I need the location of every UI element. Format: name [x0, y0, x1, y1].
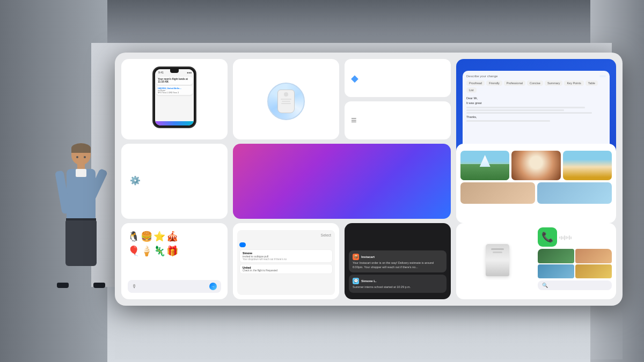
mail-select: Select [321, 233, 331, 237]
audio-waveform [559, 235, 572, 240]
playground-img-dog [563, 151, 612, 180]
image-wand-audio-card: 📞 [456, 223, 616, 299]
memory-input-bar[interactable]: 🎙 → [128, 280, 221, 293]
photo-3 [538, 264, 574, 279]
audio-icon: 📞 [538, 227, 557, 247]
summaries-card: ≡ [345, 101, 451, 139]
photo-1 [538, 249, 574, 263]
mail-header-row: Select [239, 232, 333, 239]
image-wand-section [460, 227, 535, 295]
playground-images [460, 151, 612, 180]
natural-search-section: 🔍 [538, 249, 612, 295]
mail-priority-section [239, 239, 333, 248]
cleanup-card: ◆ [345, 59, 451, 97]
siri-phone-screen: 9:41 ●●● Your mom's flight lands at 11:1… [155, 69, 194, 125]
cloud-visual [267, 83, 305, 120]
memory-movie-card: 🐧🍔⭐🎪🎈🍦🦎🎁 🎙 → [121, 223, 228, 299]
notif2-text: Summer interns school started at 10:29 p… [353, 285, 443, 290]
writing-tools-actions: Describe your change [466, 75, 606, 78]
mail-mockup: Select Simone invited to subtype pull Yo… [237, 230, 335, 295]
apple-intelligence-card [233, 144, 451, 219]
wand-visual [486, 244, 509, 276]
playground-img-astronaut [511, 151, 560, 180]
audio-search-section: 📞 [538, 227, 612, 295]
cloud-device [277, 90, 295, 113]
presenter-hair [71, 143, 91, 153]
siri-status-bar: 9:41 ●●● [155, 69, 194, 76]
summaries-icon: ≡ [351, 115, 357, 126]
priority-notifications-card: 📦 Instacart Your Instacart order is on t… [345, 223, 451, 299]
presenter-pants [65, 220, 97, 266]
option-key-points[interactable]: Key Points [564, 80, 583, 86]
presenter-right-shoe [93, 283, 105, 288]
genmoji-emojis: 🐧🍔⭐🎪🎈🍦🦎🎁 [128, 230, 179, 258]
priority-mail-card: Select Simone invited to subtype pull Yo… [233, 223, 339, 299]
mail-item-2: United Check in: the flight to Requested [239, 264, 333, 274]
mail-item-1: Simone invited to subtype pull Your drop… [239, 249, 333, 263]
photo-4 [575, 264, 612, 279]
option-friendly[interactable]: Friendly [486, 80, 502, 86]
presenter-collar [76, 169, 86, 177]
playground-img-mountain [460, 151, 509, 180]
presenter [52, 143, 111, 288]
option-list[interactable]: List [466, 87, 477, 93]
notif1-text: Your Instacart order is on the way! Deli… [353, 261, 443, 269]
audio-top: 📞 [538, 227, 612, 247]
playground-bottom-row [460, 182, 612, 204]
writing-options: Proofread Friendly Professional Concise … [466, 80, 606, 93]
siri-notification-2: UA1304, United Airlin... on Route SFO Te… [156, 86, 193, 95]
presenter-eyes [74, 155, 89, 159]
reduce-icon: ⚙️ [130, 175, 141, 186]
siri-card: 9:41 ●●● Your mom's flight lands at 11:1… [121, 59, 228, 139]
siri-notification-1: Your mom's flight lands at 11:16 AM. [156, 77, 193, 85]
private-cloud-card [233, 59, 339, 139]
option-concise[interactable]: Concise [527, 80, 543, 86]
rewrite-btn[interactable] [599, 75, 606, 77]
memory-go-btn[interactable]: → [209, 283, 217, 290]
notif1-header: 📦 Instacart [353, 254, 443, 260]
option-summary[interactable]: Summary [545, 80, 563, 86]
reduce-title-row: ⚙️ [130, 175, 219, 186]
writing-sample-text: Dear Mr, It was great Thanks, [466, 96, 606, 122]
mail-priority-tag [239, 242, 246, 247]
option-proofread[interactable]: Proofread [466, 80, 485, 86]
notif2-app-name: Simone L. [361, 279, 377, 283]
search-icon: 🔍 [542, 283, 548, 288]
option-professional[interactable]: Professional [504, 80, 525, 86]
photo-2 [575, 249, 612, 263]
memory-mic-icon: 🎙 [132, 284, 137, 289]
option-table[interactable]: Table [586, 80, 598, 86]
notif1-app-icon: 📦 [353, 254, 359, 260]
image-playground-card [456, 144, 616, 223]
natural-search-bar[interactable]: 🔍 [538, 280, 612, 290]
photos-preview [538, 249, 612, 278]
playground-img-4 [460, 182, 535, 204]
genmoji-section: 🐧🍔⭐🎪🎈🍦🦎🎁 [128, 230, 221, 271]
cleanup-icon: ◆ [351, 72, 358, 84]
siri-gradient-bar [155, 121, 194, 125]
siri-phone-mockup: 9:41 ●●● Your mom's flight lands at 11:1… [152, 67, 196, 128]
playground-img-5 [537, 182, 612, 204]
notif1-app-name: Instacart [361, 255, 375, 258]
notification-2: 💬 Simone L. Summer interns school starte… [349, 275, 447, 293]
cleanup-summaries-stack: ◆ ≡ [345, 59, 451, 139]
notification-1: 📦 Instacart Your Instacart order is on t… [349, 250, 447, 272]
notif2-header: 💬 Simone L. [353, 278, 443, 284]
reduce-interruptions-card: ⚙️ [121, 144, 228, 219]
presenter-left-shoe [57, 283, 69, 288]
notif2-app-icon: 💬 [353, 278, 359, 284]
